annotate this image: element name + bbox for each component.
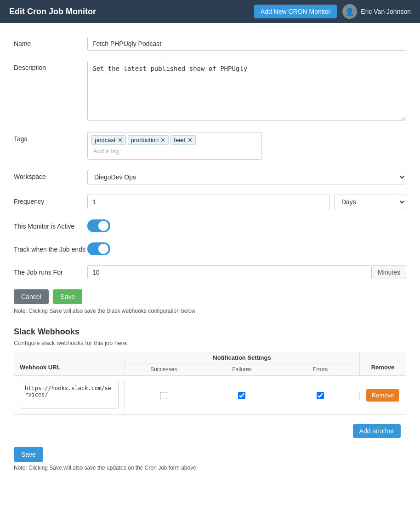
webhook-url-cell: https://hooks.slack.com/services/ — [14, 381, 125, 410]
track-job-ends-row: Track when the Job ends — [14, 242, 406, 255]
toggle-slider — [87, 219, 110, 232]
form-note: Note: Clicking Save will also save the S… — [14, 308, 406, 314]
monitor-active-control — [87, 219, 406, 232]
slack-save-button[interactable]: Save — [14, 447, 43, 462]
tag-label: production — [131, 137, 159, 144]
form-buttons: Cancel Save — [14, 289, 406, 304]
job-runs-unit-label: Minutes — [372, 265, 406, 279]
job-runs-number-input[interactable] — [87, 265, 372, 279]
tag-production: production ✕ — [128, 135, 169, 145]
errors-checkbox[interactable] — [317, 392, 324, 399]
header-right: Add New CRON Monitor 👤 Eric Van Johnson — [254, 4, 411, 19]
tags-row: Tags podcast ✕ production ✕ feed ✕ — [14, 132, 406, 160]
webhook-url-input[interactable]: https://hooks.slack.com/services/ — [20, 381, 119, 408]
slack-section-title: Slack Webhooks — [14, 327, 406, 337]
header: Edit Cron Job Monitor Add New CRON Monit… — [0, 0, 420, 23]
tag-add-placeholder[interactable]: Add a tag — [91, 147, 258, 155]
workspace-row: Workspace DiegoDev Ops — [14, 170, 406, 184]
tag-label: feed — [174, 137, 185, 144]
webhooks-table: Webhook URL Notification Settings Succes… — [14, 352, 406, 415]
sub-failures: Failures — [203, 363, 281, 375]
tags-control: podcast ✕ production ✕ feed ✕ Add a tag — [87, 132, 406, 160]
avatar: 👤 — [342, 4, 357, 19]
tags-label: Tags — [14, 132, 87, 143]
name-input[interactable] — [87, 37, 406, 51]
cancel-button[interactable]: Cancel — [14, 289, 49, 304]
job-runs-inputs: Minutes — [87, 265, 406, 279]
webhook-remove-cell: Remove — [360, 389, 406, 402]
slack-subtitle: Configure slack webhooks for this job he… — [14, 339, 406, 346]
tags-box[interactable]: podcast ✕ production ✕ feed ✕ Add a tag — [87, 132, 262, 160]
page-title: Edit Cron Job Monitor — [9, 7, 96, 17]
monitor-active-row: This Monitor is Active — [14, 219, 406, 232]
frequency-number-input[interactable] — [87, 195, 330, 209]
col-remove: Remove — [360, 359, 406, 375]
col-webhook-url: Webhook URL — [14, 359, 125, 375]
main-content: Name Description Get the latest publishe… — [0, 23, 420, 485]
track-job-ends-toggle[interactable] — [87, 242, 110, 255]
name-control — [87, 37, 406, 51]
job-runs-control: Minutes — [87, 265, 406, 279]
sub-successes: Successes — [125, 363, 203, 375]
toggle-slider-2 — [87, 242, 110, 255]
slack-note: Note: Clicking Save will also save the u… — [14, 465, 406, 471]
successes-cell — [125, 392, 203, 399]
tag-label: podcast — [95, 137, 116, 144]
frequency-row: Frequency Days Hours Minutes — [14, 195, 406, 209]
webhook-row: https://hooks.slack.com/services/ Remove — [14, 376, 406, 414]
frequency-inputs: Days Hours Minutes — [87, 195, 406, 209]
errors-cell — [281, 392, 359, 399]
webhooks-header: Webhook URL Notification Settings Succes… — [14, 352, 406, 376]
webhook-notif-cells — [125, 392, 360, 399]
tag-remove-podcast[interactable]: ✕ — [118, 137, 123, 144]
failures-cell — [203, 392, 281, 399]
successes-checkbox[interactable] — [160, 392, 167, 399]
user-name: Eric Van Johnson — [361, 8, 411, 15]
name-label: Name — [14, 37, 87, 47]
tags-list: podcast ✕ production ✕ feed ✕ — [91, 135, 258, 145]
monitor-active-toggle[interactable] — [87, 219, 110, 232]
frequency-unit-select[interactable]: Days Hours Minutes — [335, 195, 406, 209]
col-notification-settings: Notification Settings Successes Failures… — [125, 352, 360, 375]
description-control: Get the latest published show of PHPUgly — [87, 61, 406, 122]
description-row: Description Get the latest published sho… — [14, 61, 406, 122]
user-info: 👤 Eric Van Johnson — [342, 4, 411, 19]
add-monitor-button[interactable]: Add New CRON Monitor — [254, 5, 337, 18]
workspace-label: Workspace — [14, 170, 87, 180]
track-job-ends-label: Track when the Job ends — [14, 242, 87, 253]
tag-podcast: podcast ✕ — [91, 135, 126, 145]
frequency-control: Days Hours Minutes — [87, 195, 406, 209]
notif-subheader: Successes Failures Errors — [125, 363, 359, 375]
workspace-select[interactable]: DiegoDev Ops — [87, 170, 406, 184]
workspace-control: DiegoDev Ops — [87, 170, 406, 184]
description-label: Description — [14, 61, 87, 71]
slack-section: Slack Webhooks Configure slack webhooks … — [14, 327, 406, 471]
add-another-wrapper: Add another — [14, 420, 406, 438]
sub-errors: Errors — [281, 363, 359, 375]
track-job-ends-control — [87, 242, 406, 255]
failures-checkbox[interactable] — [238, 392, 245, 399]
job-runs-label: The Job runs For — [14, 265, 87, 276]
monitor-active-label: This Monitor is Active — [14, 219, 87, 230]
add-another-button[interactable]: Add another — [353, 424, 401, 438]
job-runs-row: The Job runs For Minutes — [14, 265, 406, 279]
remove-button[interactable]: Remove — [366, 389, 399, 402]
tag-feed: feed ✕ — [170, 135, 195, 145]
tag-remove-feed[interactable]: ✕ — [187, 137, 193, 144]
description-input[interactable]: Get the latest published show of PHPUgly — [87, 61, 406, 121]
name-row: Name — [14, 37, 406, 51]
bottom-actions: Save Note: Clicking Save will also save … — [14, 447, 406, 471]
frequency-label: Frequency — [14, 195, 87, 205]
save-button[interactable]: Save — [53, 289, 82, 304]
tag-remove-production[interactable]: ✕ — [160, 137, 165, 144]
